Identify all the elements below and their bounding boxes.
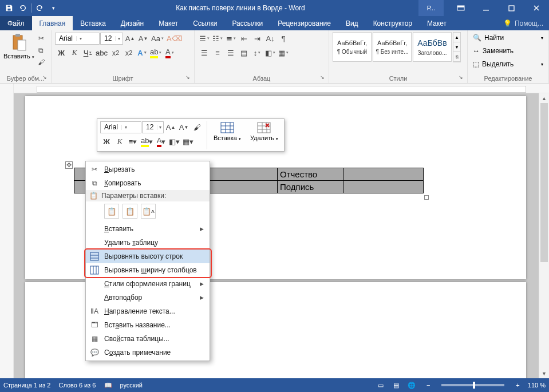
- superscript-button[interactable]: x2: [123, 46, 135, 59]
- styles-launcher-icon[interactable]: ↘: [459, 74, 465, 81]
- table-cell[interactable]: [200, 168, 278, 181]
- vertical-ruler[interactable]: [0, 84, 14, 378]
- bullets-icon[interactable]: ☰ ▾: [198, 32, 211, 45]
- status-language[interactable]: русский: [120, 382, 143, 389]
- view-web-icon[interactable]: 🌐: [405, 380, 418, 390]
- undo-icon[interactable]: [17, 2, 29, 14]
- dec-indent-icon[interactable]: ⇤: [238, 32, 250, 45]
- mt-shrink-font-icon[interactable]: A▼: [177, 121, 190, 133]
- scroll-up-icon[interactable]: ▲: [539, 93, 549, 103]
- style-normal[interactable]: АаБбВвГг,¶ Обычный: [333, 32, 372, 62]
- minimize-icon[interactable]: [473, 0, 499, 16]
- cut-icon[interactable]: ✂: [36, 33, 46, 43]
- strike-button[interactable]: abc: [94, 46, 109, 59]
- clear-format-icon[interactable]: A⌫: [165, 32, 183, 45]
- mt-font-size[interactable]: 12▾: [142, 121, 164, 133]
- scroll-down-icon[interactable]: ▼: [539, 369, 549, 378]
- copy-icon[interactable]: ⧉: [36, 45, 46, 56]
- format-painter-icon[interactable]: 🖌: [36, 57, 46, 68]
- tab-home[interactable]: Главная: [32, 16, 73, 30]
- ctx-border-styles[interactable]: Стили оформления границ▶: [86, 277, 210, 291]
- mt-format-painter-icon[interactable]: 🖌: [191, 121, 203, 133]
- table-resize-handle-icon[interactable]: [424, 195, 429, 200]
- multilevel-icon[interactable]: ≣ ▾: [224, 32, 237, 45]
- mt-shading-icon[interactable]: ◧▾: [168, 135, 181, 148]
- mt-font-color-icon[interactable]: A▾: [155, 135, 167, 148]
- tab-table-layout[interactable]: Макет: [420, 16, 454, 30]
- mt-delete-button[interactable]: Удалить ▾: [247, 121, 281, 149]
- user-badge[interactable]: Р...: [418, 0, 444, 16]
- align-right-icon[interactable]: ☰: [224, 46, 237, 59]
- table-cell[interactable]: Отчество: [278, 168, 343, 181]
- mt-grow-font-icon[interactable]: A▲: [164, 121, 177, 133]
- maximize-icon[interactable]: [499, 0, 524, 16]
- highlight-icon[interactable]: ab ▾: [149, 46, 163, 59]
- ctx-insert-caption[interactable]: 🗔Вставить название...: [86, 318, 210, 332]
- mt-borders-icon[interactable]: ▦▾: [181, 135, 195, 148]
- ctx-delete-table[interactable]: Удалить таблицу: [86, 236, 210, 250]
- view-print-icon[interactable]: ▤: [389, 380, 403, 390]
- style-no-spacing[interactable]: АаБбВвГг,¶ Без инте...: [373, 32, 412, 62]
- italic-button[interactable]: К: [68, 46, 81, 59]
- zoom-slider[interactable]: [441, 384, 504, 386]
- font-color-icon[interactable]: A ▾: [163, 46, 176, 59]
- tab-view[interactable]: Вид: [338, 16, 366, 30]
- mt-align-icon[interactable]: ≡ ▾: [127, 135, 139, 148]
- inc-indent-icon[interactable]: ⇥: [251, 32, 263, 45]
- underline-button[interactable]: Ч ▾: [81, 46, 94, 59]
- numbering-icon[interactable]: ☷ ▾: [211, 32, 224, 45]
- tell-me[interactable]: 💡Помощ...: [497, 16, 549, 30]
- ctx-text-direction[interactable]: ⅡAНаправление текста...: [86, 304, 210, 318]
- bold-button[interactable]: Ж: [55, 46, 68, 59]
- table-move-handle-icon[interactable]: ✥: [65, 161, 73, 169]
- change-case-icon[interactable]: Aa ▾: [150, 32, 165, 45]
- mt-insert-button[interactable]: Вставка ▾: [211, 121, 244, 149]
- find-button[interactable]: 🔍Найти ▾: [471, 32, 545, 43]
- sort-icon[interactable]: A↓: [264, 32, 277, 45]
- tab-review[interactable]: Рецензирование: [270, 16, 338, 30]
- tab-references[interactable]: Ссылки: [185, 16, 224, 30]
- view-read-icon[interactable]: ▭: [374, 380, 388, 390]
- proofing-icon[interactable]: 📖: [104, 382, 112, 389]
- select-button[interactable]: ⬚Выделить ▾: [471, 58, 545, 70]
- replace-button[interactable]: ↔Заменить: [471, 45, 545, 57]
- vertical-scrollbar[interactable]: ▲ ▼: [539, 93, 549, 378]
- ctx-distribute-rows[interactable]: Выровнять высоту строк: [86, 250, 210, 263]
- paste-keep-source-icon[interactable]: 📋: [104, 204, 119, 219]
- font-launcher-icon[interactable]: ↘: [185, 74, 192, 81]
- align-left-icon[interactable]: ☰: [198, 46, 211, 59]
- close-icon[interactable]: [524, 0, 549, 16]
- redo-icon[interactable]: [34, 2, 45, 14]
- mt-bold[interactable]: Ж: [100, 135, 113, 148]
- tab-table-design[interactable]: Конструктор: [366, 16, 420, 30]
- tab-mailings[interactable]: Рассылки: [224, 16, 270, 30]
- zoom-level[interactable]: 110 %: [528, 382, 546, 389]
- tab-design[interactable]: Дизайн: [113, 16, 151, 30]
- ctx-cut[interactable]: ✂Вырезать: [86, 163, 210, 176]
- save-icon[interactable]: [3, 2, 15, 14]
- table-cell[interactable]: [343, 168, 424, 181]
- zoom-in-icon[interactable]: +: [516, 382, 519, 389]
- table-cell[interactable]: [200, 181, 278, 193]
- ctx-insert[interactable]: Вставить▶: [86, 222, 210, 236]
- tab-file[interactable]: Файл: [0, 16, 32, 30]
- table-cell[interactable]: Подпись: [278, 181, 343, 193]
- tab-layout[interactable]: Макет: [151, 16, 185, 30]
- font-size-combo[interactable]: 12▾: [100, 33, 123, 45]
- status-page[interactable]: Страница 1 из 2: [3, 382, 50, 389]
- font-name-combo[interactable]: Arial▾: [55, 33, 100, 45]
- ctx-new-comment[interactable]: 💬Создать примечание: [86, 346, 210, 359]
- align-center-icon[interactable]: ≡: [211, 46, 224, 59]
- ctx-table-props[interactable]: ▦Свойства таблицы...: [86, 332, 210, 346]
- ribbon-display-icon[interactable]: [448, 0, 473, 16]
- mt-font-name[interactable]: Arial▾: [100, 121, 141, 133]
- paste-text-only-icon[interactable]: 📋A: [141, 204, 156, 219]
- tab-insert[interactable]: Вставка: [73, 16, 113, 30]
- status-words[interactable]: Слово 6 из 6: [58, 382, 96, 389]
- borders-icon[interactable]: ▦ ▾: [277, 46, 290, 59]
- table-cell[interactable]: [343, 181, 424, 193]
- subscript-button[interactable]: x2: [109, 46, 122, 59]
- clipboard-launcher-icon[interactable]: ↘: [42, 74, 49, 81]
- text-effects-icon[interactable]: A ▾: [136, 46, 148, 59]
- show-marks-icon[interactable]: ¶: [277, 32, 290, 45]
